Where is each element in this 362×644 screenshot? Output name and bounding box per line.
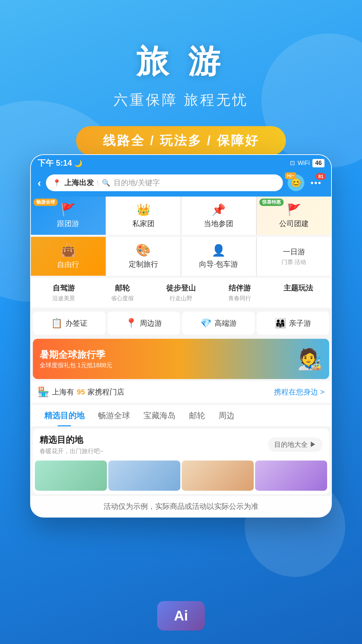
category-company-tour[interactable]: 惊喜特惠 公司团建	[257, 197, 331, 235]
tab-nearby[interactable]: 周边	[212, 405, 241, 426]
status-icons: ⊡ WiFi 46	[290, 159, 324, 167]
cruise-sub: 省心度假	[111, 294, 134, 302]
departure-city: 上海出发	[64, 178, 94, 188]
destination-image-3[interactable]	[182, 461, 254, 491]
cruise-label: 邮轮	[115, 283, 130, 293]
phone-mockup: 下午 5:14 ⊡ WiFi 46 ‹ 上海出发 | 目的地/关键字 Hi~	[30, 154, 332, 518]
tab-global-travel[interactable]: 畅游全球	[91, 405, 137, 426]
store-count: 95	[77, 388, 85, 396]
category-label-local-tour: 当地参团	[204, 219, 233, 229]
app-content: 畅游全球 🚩 跟团游 私家团 当地参团 惊喜特惠 公司团建	[31, 197, 331, 517]
tabs-bar: 精选目的地 畅游全球 宝藏海岛 邮轮 周边	[31, 405, 331, 427]
avatar-button[interactable]: Hi~ 😊	[288, 174, 304, 191]
local-tour-icon	[212, 203, 226, 217]
app-header: ‹ 上海出发 | 目的地/关键字 Hi~ 😊 ••• 81	[31, 171, 331, 197]
category-label-guide-tour: 向导·包车游	[199, 259, 238, 269]
footer-area: Ai	[0, 601, 362, 631]
hiking-sub: 行走山野	[170, 294, 192, 302]
banner-illustration: 🧑‍🎨	[297, 347, 322, 371]
category-local-tour[interactable]: 当地参团	[181, 197, 256, 235]
custom-travel-icon: 🎨	[136, 243, 151, 257]
category-label-free-travel: 自由行	[57, 260, 79, 270]
search-bar[interactable]: 上海出发 | 目的地/关键字	[46, 174, 283, 191]
companion-sub: 青春同行	[228, 294, 251, 302]
category-self-drive[interactable]: 自驾游 沿途美景	[34, 283, 93, 302]
search-divider: |	[97, 180, 99, 186]
category-theme[interactable]: 主题玩法	[269, 283, 328, 302]
battery-icon: 46	[312, 159, 324, 167]
hiking-label: 徒步登山	[166, 283, 196, 293]
hero-subtitle: 六重保障 旅程无忧	[0, 91, 362, 109]
theme-label: 主题玩法	[284, 283, 313, 293]
destination-title-area: 精选目的地 春暖花开，出门旅行吧~	[40, 434, 104, 455]
store-bar: 上海有 95 家携程门店 携程在您身边 >	[31, 381, 331, 403]
nearby-label: 周边游	[140, 318, 162, 328]
services-row: 办签证 周边游 高端游 亲子游	[31, 310, 331, 337]
category-row3: 自驾游 沿途美景 邮轮 省心度假 徒步登山 行走山野 结伴游 青春同行 主题玩法	[31, 278, 331, 308]
notification-badge: 81	[316, 173, 326, 180]
avatar-icon: 😊	[291, 178, 301, 188]
category-guide-tour[interactable]: 向导·包车游	[181, 237, 256, 276]
category-badge-company: 惊喜特惠	[259, 199, 284, 206]
self-drive-sub: 沿途美景	[52, 294, 75, 302]
category-cruise[interactable]: 邮轮 省心度假	[93, 283, 152, 302]
category-companion[interactable]: 结伴游 青春同行	[210, 283, 269, 302]
promo-banner[interactable]: 暑期全球旅行季 全球度假礼包 1元抵1888元 🧑‍🎨	[33, 339, 329, 379]
destination-header: 精选目的地 春暖花开，出门旅行吧~ 目的地大全 ▶	[33, 429, 329, 461]
nearby-icon	[125, 318, 137, 329]
hero-title: 旅 游	[0, 40, 362, 84]
visa-label: 办签证	[65, 318, 87, 328]
search-placeholder: 目的地/关键字	[114, 178, 160, 188]
self-drive-label: 自驾游	[53, 283, 75, 293]
vip-icon	[200, 318, 212, 329]
store-link[interactable]: 携程在您身边 >	[274, 387, 324, 397]
ai-button[interactable]: Ai	[157, 601, 205, 631]
tab-island[interactable]: 宝藏海岛	[137, 405, 182, 426]
search-icon	[102, 179, 110, 187]
category-day-trip[interactable]: 一日游 门票·活动	[257, 237, 331, 276]
service-vip[interactable]: 高端游	[182, 312, 255, 335]
destination-image-2[interactable]	[108, 461, 180, 491]
destination-image-1[interactable]	[35, 461, 107, 491]
company-tour-icon	[287, 203, 301, 217]
free-travel-icon	[60, 243, 76, 258]
category-label-company-tour: 公司团建	[279, 219, 309, 229]
header-icons: Hi~ 😊 ••• 81	[288, 174, 324, 191]
wifi-icon: WiFi	[298, 160, 310, 167]
category-label-private-tour: 私家团	[132, 219, 155, 229]
destination-images	[33, 461, 329, 494]
tab-featured-destinations[interactable]: 精选目的地	[38, 405, 91, 426]
category-label-day-trip: 一日游	[283, 247, 305, 257]
category-free-travel[interactable]: 自由行	[31, 237, 106, 276]
category-sublabel-day-trip: 门票·活动	[282, 258, 306, 266]
phone-frame: 下午 5:14 ⊡ WiFi 46 ‹ 上海出发 | 目的地/关键字 Hi~	[30, 154, 332, 518]
category-private-tour[interactable]: 私家团	[106, 197, 181, 235]
family-label: 亲子游	[289, 318, 311, 328]
category-custom-travel[interactable]: 🎨 定制旅行	[106, 237, 181, 276]
status-time: 下午 5:14	[38, 158, 82, 168]
disclaimer: 活动仅为示例，实际商品或活动以实际公示为准	[31, 496, 331, 517]
hero-badge[interactable]: 线路全 / 玩法多 / 保障好	[76, 126, 286, 155]
destination-more-button[interactable]: 目的地大全 ▶	[268, 437, 322, 452]
category-group-tour[interactable]: 畅游全球 🚩 跟团游	[31, 197, 106, 235]
private-tour-icon	[136, 203, 150, 217]
category-grid-row1: 畅游全球 🚩 跟团游 私家团 当地参团 惊喜特惠 公司团建	[31, 197, 331, 235]
banner-text: 暑期全球旅行季 全球度假礼包 1元抵1888元	[40, 348, 112, 369]
category-hiking[interactable]: 徒步登山 行走山野	[152, 283, 210, 302]
service-nearby[interactable]: 周边游	[108, 312, 180, 335]
category-label-group-tour: 跟团游	[57, 219, 79, 229]
banner-subtitle: 全球度假礼包 1元抵1888元	[40, 361, 112, 369]
destination-section: 精选目的地 春暖花开，出门旅行吧~ 目的地大全 ▶	[33, 429, 329, 494]
service-family[interactable]: 亲子游	[257, 312, 329, 335]
tab-cruise[interactable]: 邮轮	[182, 405, 212, 426]
category-grid-row2: 自由行 🎨 定制旅行 向导·包车游 一日游 门票·活动	[31, 237, 331, 276]
family-icon	[275, 318, 286, 329]
store-prefix: 上海有	[52, 387, 74, 397]
store-icon	[38, 386, 49, 397]
destination-title: 精选目的地	[40, 434, 104, 446]
destination-image-4[interactable]	[255, 461, 327, 491]
back-button[interactable]: ‹	[38, 177, 41, 189]
notification-button[interactable]: ••• 81	[308, 174, 324, 191]
store-suffix: 家携程门店	[87, 387, 124, 397]
service-visa[interactable]: 办签证	[33, 312, 106, 335]
